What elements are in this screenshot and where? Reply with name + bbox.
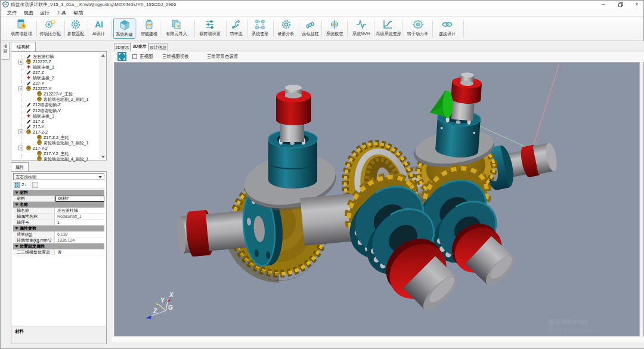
svg-text:AI: AI [95,20,103,29]
svg-text:转到"设置"以激活 Windows。: 转到"设置"以激活 Windows。 [547,328,606,333]
svg-text:激活 Windows: 激活 Windows [548,318,588,325]
svg-text:X: X [169,292,174,298]
svg-text:G: G [168,304,173,311]
svg-text:Z: Z [153,308,157,314]
